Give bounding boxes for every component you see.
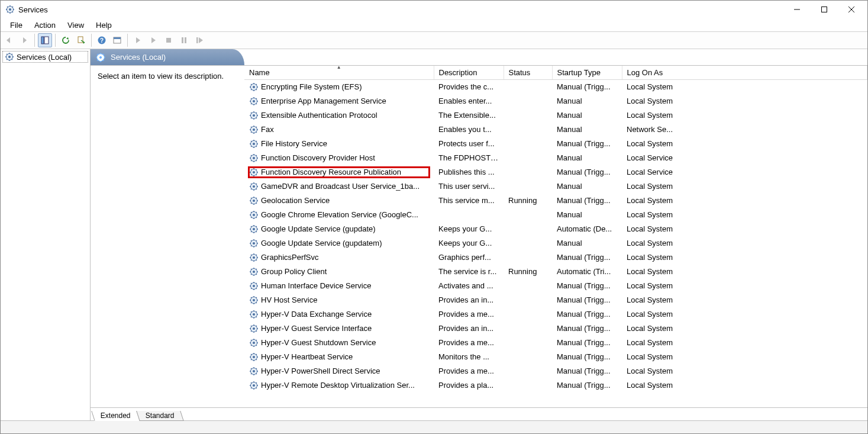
service-row[interactable]: Human Interface Device ServiceActivates … [244, 279, 867, 293]
start-service-button-2[interactable] [146, 33, 160, 47]
stop-service-button[interactable] [162, 33, 176, 47]
properties-button[interactable] [110, 33, 124, 47]
service-row[interactable]: Hyper-V PowerShell Direct ServiceProvide… [244, 364, 867, 378]
refresh-button[interactable] [59, 33, 73, 47]
service-startup: Manual (Trigg... [552, 364, 622, 378]
toolbar: ? [1, 31, 867, 49]
service-row[interactable]: Function Discovery Resource PublicationP… [244, 165, 867, 179]
service-row[interactable]: Group Policy ClientThe service is r...Ru… [244, 265, 867, 279]
service-row[interactable]: GraphicsPerfSvcGraphics perf...Manual (T… [244, 250, 867, 265]
gear-icon [249, 210, 259, 220]
service-row[interactable]: HV Host ServiceProvides an in...Manual (… [244, 293, 867, 307]
gear-icon [249, 224, 259, 234]
service-desc: Provides an in... [434, 322, 504, 336]
sort-asc-icon: ▲ [337, 66, 341, 69]
service-row[interactable]: Hyper-V Guest Service InterfaceProvides … [244, 322, 867, 336]
tree-services-local[interactable]: Services (Local) [2, 51, 88, 63]
service-row[interactable]: File History ServiceProtects user f...Ma… [244, 137, 867, 151]
service-row[interactable]: Google Update Service (gupdatem)Keeps yo… [244, 236, 867, 250]
service-desc: Monitors the ... [434, 350, 504, 364]
service-row[interactable]: Hyper-V Heartbeat ServiceMonitors the ..… [244, 350, 867, 364]
pane-title: Services (Local) [111, 53, 166, 62]
service-row[interactable]: Geolocation ServiceThis service m...Runn… [244, 194, 867, 208]
service-status [504, 179, 552, 194]
nav-back-button[interactable] [2, 33, 16, 47]
service-list-scroll[interactable]: ▲Name Description Status Startup Type Lo… [244, 66, 867, 407]
gear-icon [249, 182, 259, 191]
service-logon: Local System [622, 179, 867, 194]
service-row[interactable]: Hyper-V Guest Shutdown ServiceProvides a… [244, 336, 867, 350]
service-row[interactable]: Function Discovery Provider HostThe FDPH… [244, 151, 867, 165]
col-status[interactable]: Status [504, 66, 552, 80]
export-list-button[interactable] [74, 33, 88, 47]
service-status [504, 94, 552, 108]
gear-icon [95, 52, 106, 63]
start-service-button[interactable] [131, 33, 145, 47]
gear-icon [249, 111, 259, 120]
minimize-button[interactable] [783, 1, 811, 18]
service-row[interactable]: Google Chrome Elevation Service (GoogleC… [244, 208, 867, 222]
service-logon: Local System [622, 279, 867, 293]
menu-view[interactable]: View [62, 20, 90, 31]
help-button[interactable]: ? [95, 33, 109, 47]
gear-icon [249, 168, 259, 177]
service-name: Function Discovery Provider Host [261, 153, 375, 162]
maximize-button[interactable] [811, 1, 838, 18]
service-desc: Publishes this ... [434, 165, 504, 179]
service-name: HV Host Service [261, 295, 317, 304]
service-desc: Keeps your G... [434, 222, 504, 236]
service-status [504, 222, 552, 236]
service-row[interactable]: Google Update Service (gupdate)Keeps you… [244, 222, 867, 236]
service-status [504, 208, 552, 222]
gear-icon [5, 52, 14, 62]
gear-icon [249, 324, 259, 333]
service-name: Google Chrome Elevation Service (GoogleC… [261, 210, 418, 219]
service-row[interactable]: Hyper-V Data Exchange ServiceProvides a … [244, 307, 867, 322]
col-description[interactable]: Description [434, 66, 504, 80]
service-status [504, 80, 552, 94]
gear-icon [249, 153, 259, 163]
service-logon: Local System [622, 350, 867, 364]
close-button[interactable] [838, 1, 865, 18]
service-row[interactable]: Extensible Authentication ProtocolThe Ex… [244, 108, 867, 123]
service-logon: Local System [622, 137, 867, 151]
menu-action[interactable]: Action [28, 20, 62, 31]
service-row[interactable]: FaxEnables you t...ManualNetwork Se... [244, 123, 867, 137]
service-row[interactable]: Enterprise App Management ServiceEnables… [244, 94, 867, 108]
service-status [504, 336, 552, 350]
service-name: Enterprise App Management Service [261, 97, 386, 105]
gear-icon [249, 281, 259, 291]
tab-standard[interactable]: Standard [136, 411, 183, 421]
col-startup-type[interactable]: Startup Type [552, 66, 622, 80]
menu-help[interactable]: Help [90, 20, 118, 31]
service-desc: Provides a me... [434, 307, 504, 322]
service-name: Hyper-V Remote Desktop Virtualization Se… [261, 381, 415, 390]
service-startup: Manual [552, 123, 622, 137]
service-desc: This user servi... [434, 179, 504, 194]
svg-rect-11 [822, 7, 827, 12]
show-hide-tree-button[interactable] [38, 33, 52, 47]
service-status [504, 322, 552, 336]
service-desc [434, 208, 504, 222]
service-status [504, 108, 552, 123]
service-startup: Manual (Trigg... [552, 250, 622, 265]
nav-forward-button[interactable] [17, 33, 31, 47]
service-row[interactable]: Encrypting File System (EFS)Provides the… [244, 80, 867, 94]
service-logon: Network Se... [622, 123, 867, 137]
service-logon: Local System [622, 208, 867, 222]
service-startup: Manual (Trigg... [552, 80, 622, 94]
service-startup: Manual [552, 94, 622, 108]
service-name: Human Interface Device Service [261, 281, 371, 290]
service-startup: Manual [552, 179, 622, 194]
col-name[interactable]: ▲Name [244, 66, 434, 80]
service-row[interactable]: Hyper-V Remote Desktop Virtualization Se… [244, 378, 867, 393]
pause-service-button[interactable] [177, 33, 191, 47]
menu-file[interactable]: File [4, 20, 28, 31]
col-log-on-as[interactable]: Log On As [622, 66, 867, 80]
restart-service-button[interactable] [192, 33, 206, 47]
service-status [504, 293, 552, 307]
tab-extended[interactable]: Extended [91, 411, 140, 421]
service-logon: Local System [622, 336, 867, 350]
service-row[interactable]: GameDVR and Broadcast User Service_1ba..… [244, 179, 867, 194]
service-name: Encrypting File System (EFS) [261, 82, 362, 91]
